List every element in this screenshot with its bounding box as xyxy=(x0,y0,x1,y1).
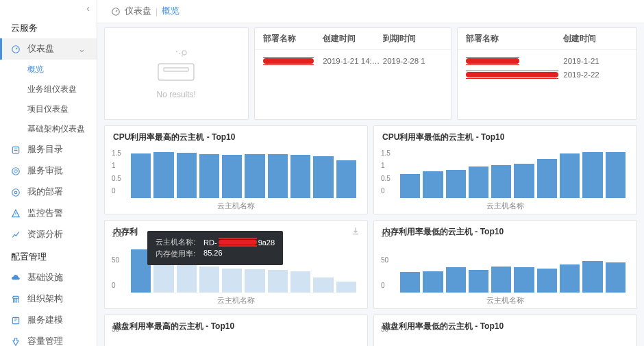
y-tick: 50 xyxy=(112,256,119,264)
org-icon xyxy=(11,295,22,304)
chart-bar[interactable] xyxy=(177,263,197,293)
chart-bar[interactable] xyxy=(423,271,443,293)
chart-bar[interactable] xyxy=(514,164,534,198)
download-icon[interactable] xyxy=(351,226,360,236)
col-expires: 到期时间 xyxy=(383,34,443,44)
sidebar-item-label: 仪表盘 xyxy=(27,43,54,55)
chart-bar[interactable] xyxy=(469,166,488,198)
chart-bar[interactable] xyxy=(290,271,310,293)
y-tick: 0 xyxy=(112,187,116,195)
chart-bar[interactable] xyxy=(153,152,173,198)
sidebar-item[interactable]: 服务建模 xyxy=(0,310,97,331)
chart-bar[interactable] xyxy=(514,267,534,293)
sidebar-item-label: 容量管理 xyxy=(27,336,63,346)
chart-bar[interactable] xyxy=(290,155,310,198)
chart-bar[interactable] xyxy=(491,267,511,293)
y-tick: 50 xyxy=(381,256,388,264)
breadcrumb-root[interactable]: 仪表盘 xyxy=(125,5,151,17)
chart-bar[interactable] xyxy=(400,174,420,198)
table-row[interactable]: 2019-1-21 xyxy=(466,54,628,68)
col-deploy-name: 部署名称 xyxy=(263,34,323,44)
chart-title: CPU利用率最高的云主机 - Top10 xyxy=(113,132,359,143)
sidebar-item[interactable]: 容量管理 xyxy=(0,331,97,346)
sidebar: ‹ 云服务仪表盘⌄概览业务组仪表盘项目仪表盘基础架构仪表盘服务目录@服务审批我的… xyxy=(0,0,97,346)
sidebar-item-label: 基础设施 xyxy=(27,272,63,284)
chart-bar[interactable] xyxy=(313,277,333,293)
svg-point-4 xyxy=(12,188,20,196)
chart-plot: 云主机名称:RD-9a28内存使用率:85.26 xyxy=(128,242,359,293)
y-tick: 0 xyxy=(112,282,116,289)
sidebar-item[interactable]: 仪表盘⌄ xyxy=(0,38,97,60)
chart-bar[interactable] xyxy=(177,153,197,198)
deploy-icon xyxy=(11,188,22,197)
sidebar-group-title: 配置管理 xyxy=(0,245,97,267)
breadcrumb-sep: | xyxy=(156,7,158,16)
sidebar-item[interactable]: @服务审批 xyxy=(0,160,97,182)
table-row[interactable]: 2019-2-22 xyxy=(466,68,628,82)
chart-tooltip: 云主机名称:RD-9a28内存使用率:85.26 xyxy=(147,231,283,265)
redacted-text xyxy=(263,58,314,64)
sidebar-item[interactable]: 资源分析 xyxy=(0,224,97,245)
sidebar-item[interactable]: 监控告警 xyxy=(0,203,97,224)
sidebar-sub-item[interactable]: 项目仪表盘 xyxy=(0,99,97,119)
card-no-results: No results! xyxy=(104,27,249,120)
chart-bar[interactable] xyxy=(469,270,488,293)
chart-plot xyxy=(397,242,628,293)
sidebar-sub-item[interactable]: 概览 xyxy=(0,60,97,79)
col-created: 创建时间 xyxy=(563,34,628,44)
chart-bar[interactable] xyxy=(560,264,580,293)
chart-bar[interactable] xyxy=(336,282,356,293)
sidebar-item-label: 资源分析 xyxy=(27,229,63,240)
chart-bar[interactable] xyxy=(606,262,626,293)
chevron-down-icon: ⌄ xyxy=(78,44,86,54)
sidebar-item-label: 服务建模 xyxy=(27,314,63,326)
chart-bar[interactable] xyxy=(582,152,602,198)
chart-title: 磁盘利用率最高的云主机 - Top10 xyxy=(113,321,359,332)
sidebar-item[interactable]: 基础设施 xyxy=(0,267,97,288)
sidebar-sub-item[interactable]: 业务组仪表盘 xyxy=(0,79,97,99)
chart-bar[interactable] xyxy=(582,261,602,293)
chart-bar[interactable] xyxy=(336,160,356,199)
chart-bar[interactable] xyxy=(446,170,466,198)
model-icon xyxy=(11,316,22,325)
chart-bar[interactable] xyxy=(606,152,626,198)
chart-xlabel: 云主机名称 xyxy=(382,201,628,211)
redacted-text xyxy=(219,240,257,245)
chart-bar[interactable] xyxy=(245,269,264,293)
chart-bar[interactable] xyxy=(313,156,333,198)
sidebar-collapse-icon[interactable]: ‹ xyxy=(0,0,97,16)
approval-icon: @ xyxy=(11,166,22,176)
sidebar-item[interactable]: 组织架构 xyxy=(0,288,97,310)
y-tick: 0 xyxy=(381,187,385,195)
redacted-text xyxy=(466,58,519,64)
chart-bar[interactable] xyxy=(423,171,443,198)
y-tick: 50 xyxy=(381,325,388,333)
no-results-text: No results! xyxy=(157,90,196,99)
chart-bar[interactable] xyxy=(400,272,420,293)
chart-bar[interactable] xyxy=(222,155,242,198)
y-tick: 100 xyxy=(112,231,123,238)
chart-bar[interactable] xyxy=(537,159,557,198)
breadcrumb: 仪表盘 | 概览 xyxy=(97,0,644,23)
table-header: 部署名称 创建时间 xyxy=(458,28,636,50)
sidebar-item[interactable]: 服务目录 xyxy=(0,139,97,160)
chart-bar[interactable] xyxy=(199,267,219,293)
chart-bar[interactable] xyxy=(560,153,580,198)
chart-bar[interactable] xyxy=(199,154,219,198)
chart-card-mem_high: 内存利050100云主机名称:RD-9a28内存使用率:85.26云主机名称 xyxy=(104,220,368,309)
chart-bar[interactable] xyxy=(537,269,557,293)
table-header: 部署名称 创建时间 到期时间 xyxy=(255,28,451,50)
chart-bar[interactable] xyxy=(446,267,466,293)
chart-bar[interactable] xyxy=(268,270,288,293)
chart-bar[interactable] xyxy=(131,153,151,198)
chart-bar[interactable] xyxy=(268,154,288,198)
chart-bar[interactable] xyxy=(491,165,511,198)
sidebar-sub-item[interactable]: 基础架构仪表盘 xyxy=(0,119,97,139)
y-tick: 1.5 xyxy=(381,149,391,156)
table-row[interactable]: 2019-1-21 14:53:56 2019-2-28 1 xyxy=(263,54,443,68)
y-tick: 1.5 xyxy=(112,149,121,156)
chart-bar[interactable] xyxy=(222,269,242,293)
chart-bar[interactable] xyxy=(245,154,264,198)
chart-yaxis: 00.511.5 xyxy=(112,147,125,198)
sidebar-item[interactable]: 我的部署 xyxy=(0,182,97,203)
